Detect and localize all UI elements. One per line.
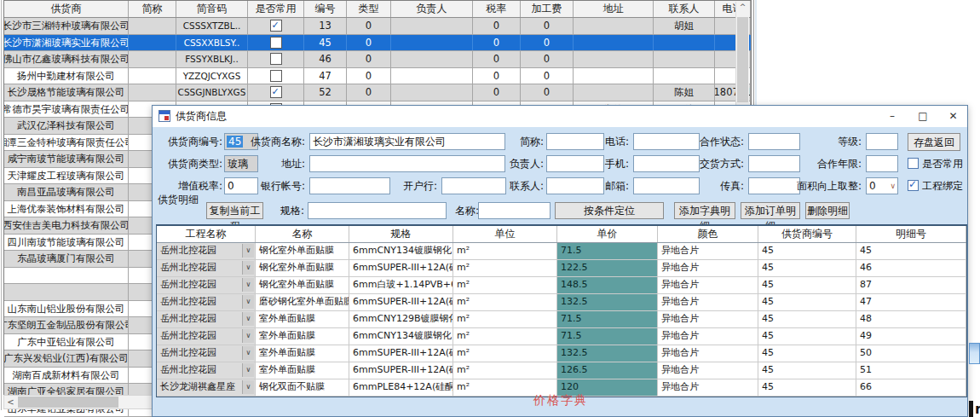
detail-cell: 钢化室外单面贴膜 [256,277,349,293]
supplier-cell: 0 [347,68,391,84]
detail-section-label: 供货明细 [158,193,199,207]
detail-cell: 45 [758,328,856,345]
form-icon [159,110,170,122]
column-header: 编号 [304,1,347,17]
delete-detail-button[interactable]: 删除明细 [805,202,850,219]
grade-input[interactable] [866,133,898,150]
chevron-down-icon: ∨ [242,346,254,360]
supplier-cell: 13 [304,18,347,34]
supplier-row[interactable]: 长沙晟格节能玻璃有限公司CSSGJNBLYXGS52000陈姐180751 [4,84,751,101]
supplier-cell [654,68,715,84]
common-checkbox[interactable] [270,86,282,98]
detail-cell: 47 [856,294,966,310]
coop-status-input[interactable] [748,133,800,150]
horizontal-scrollbar-thumb[interactable] [18,397,118,408]
detail-cell: 6mm白玻+1.14PVB+6mm... [349,277,453,293]
supplier-cell [391,18,473,34]
supplier-cell: 长沙市潇湘玻璃实业有限公司 [4,35,129,51]
locate-by-condition-button[interactable]: 按条件定位 [555,202,664,219]
area-round-dropdown[interactable]: 0 ∨ [866,177,898,194]
column-header: 简音码 [176,1,248,17]
project-bind-checkbox[interactable] [908,180,919,191]
coop-years-input[interactable] [866,155,898,172]
project-combo[interactable]: 岳州北控花园∨ [157,362,256,379]
name-filter-input[interactable] [478,202,551,219]
supplier-cell: 46 [304,51,347,67]
project-name: 岳州北控花园 [160,330,216,341]
project-combo[interactable]: 岳州北控花园∨ [157,294,256,310]
detail-cell: 148.5 [557,277,658,293]
add-dictionary-detail-button[interactable]: 添加字典明细 [674,202,735,219]
supplier-no-label: 供货商编号: [158,133,222,150]
detail-cell: m² [453,345,557,362]
detail-row[interactable]: 岳州北控花园∨室外单面贴膜6mmSUPER-III+12A(硅...m²132.… [157,345,966,362]
scroll-up-icon[interactable]: ^ [736,2,749,14]
vertical-scrollbar-thumb[interactable] [737,17,748,102]
supplier-cell: 0 [347,18,391,34]
spec-filter-input[interactable] [308,202,447,219]
project-name: 岳州北控花园 [160,279,216,290]
project-combo[interactable]: 岳州北控花园∨ [157,328,256,345]
supplier-row[interactable]: 长沙市三湘特种玻璃有限公司CSSSXTZBL..13000胡姐 [4,18,751,35]
supplier-row[interactable]: 长沙市潇湘玻璃实业有限公司CSSXXBLSY..45000 [4,35,751,52]
project-name: 岳州北控花园 [160,347,216,358]
detail-row[interactable]: 岳州北控花园∨钢化室外单面贴膜6mmSUPER-III+12A(硅...m²12… [157,260,966,277]
detail-row[interactable]: 岳州北控花园∨钢化室外单面贴膜6mm白玻+1.14PVB+6mm...m²148… [157,277,966,294]
detail-row[interactable]: 岳州北控花园∨室外单面贴膜6mmCNY134镀膜钢化m²71.5异地合片4549 [157,328,966,345]
detail-cell: 6mmSUPER-III+12A(硅... [349,260,453,276]
detail-cell: 126.5 [557,362,658,379]
supplier-cell: 0 [521,35,574,51]
minimize-button[interactable]: – [877,106,908,127]
project-combo[interactable]: 岳州北控花园∨ [157,277,256,293]
column-header: 地址 [574,1,654,17]
detail-cell: 51 [856,362,966,379]
delivery-mode-input[interactable] [748,155,800,172]
column-header: 税率 [473,1,521,17]
add-order-detail-button[interactable]: 添加订单明细 [741,202,800,219]
common-checkbox[interactable] [270,53,282,65]
detail-cell: 45 [758,243,856,259]
detail-row[interactable]: 岳州北控花园∨室外单面贴膜6mmCNY129B镀膜钢化m²71.5异地合片454… [157,311,966,328]
bank-account-input[interactable] [309,177,390,194]
supplier-cell [574,68,654,84]
save-return-button[interactable]: 存盘返回 [908,133,960,151]
column-header: 加工费 [521,1,574,17]
delivery-mode-label: 交货方式: [685,155,744,172]
project-combo[interactable]: 岳州北控花园∨ [157,243,256,259]
detail-cell: 异地合片 [658,362,758,379]
detail-cell: m² [453,243,557,259]
detail-row[interactable]: 岳州北控花园∨磨砂钢化室外单面贴膜6mmSUPER-III+12A(硅...m²… [157,294,966,311]
address-input[interactable] [309,155,505,172]
common-checkbox[interactable] [270,20,282,32]
supplier-cell [391,68,473,84]
supplier-cell [391,84,473,101]
project-combo[interactable]: 岳州北控花园∨ [157,311,256,327]
maximize-button[interactable]: □ [908,106,938,127]
common-checkbox[interactable] [270,37,282,49]
common-checkbox[interactable] [270,70,282,82]
spec-filter-label: 规格: [279,202,304,219]
dialog-titlebar[interactable]: 供货商信息 – □ ✕ [153,106,967,127]
detail-cell: 45 [758,345,856,362]
detail-row[interactable]: 岳州北控花园∨钢化室外单面贴膜6mmCNY134镀膜钢化m²71.5异地合片45… [157,243,966,260]
project-combo[interactable]: 岳州北控花园∨ [157,345,256,362]
supplier-cell: 广东兴发铝业(江西)有限公司 [4,350,129,367]
project-combo[interactable]: 岳州北控花园∨ [157,260,256,276]
detail-row[interactable]: 岳州北控花园∨室外单面贴膜6mmSUPER-III+12A(硅...m²126.… [157,362,966,379]
suppliers-horizontal-scrollbar[interactable]: < [3,395,153,409]
email-label: 邮箱: [582,177,629,194]
project-name: 岳州北控花园 [160,364,216,375]
supplier-row[interactable]: 佛山市亿鑫玻璃科技有限公司FSSYXBLKJ..46000 [4,51,751,68]
copy-current-project-button[interactable]: 复制当前工程 [206,202,263,219]
common-use-checkbox-label: 是否常用 [922,157,969,171]
scroll-left-icon[interactable]: < [4,396,17,408]
supplier-name-input[interactable] [309,133,505,150]
supplier-row[interactable]: 扬州中勤建材有限公司YZZQJCYXGS47000 [4,68,751,85]
background-window-fragment [969,343,980,364]
detail-cell: 6mmSUPER-III+12A(硅... [349,345,453,362]
supplier-name-label: 供货商名称: [238,133,305,150]
detail-cell: 71.5 [557,311,658,327]
close-button[interactable]: ✕ [938,106,968,127]
supplier-cell: 0 [473,84,521,101]
common-use-checkbox[interactable] [908,158,919,169]
